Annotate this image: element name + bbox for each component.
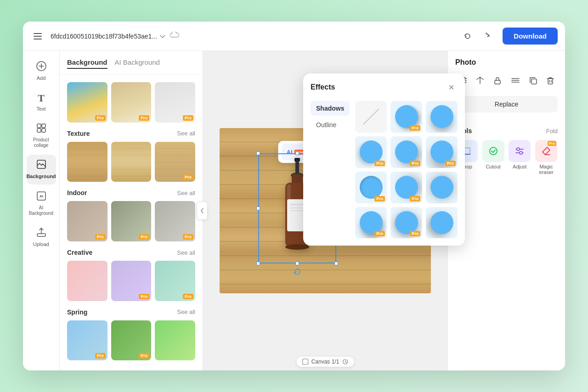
- thumb-creative-3[interactable]: Pro: [155, 261, 195, 301]
- text-icon: T: [38, 92, 45, 104]
- thumb-wood-3[interactable]: Pro: [155, 142, 195, 182]
- svg-rect-25: [292, 174, 303, 184]
- svg-point-31: [285, 244, 309, 250]
- background-panel: Background AI Background Pro Pro: [60, 51, 203, 370]
- pro-badge: Pro: [374, 231, 385, 236]
- texture-section: Texture See all Pro: [60, 130, 203, 190]
- tools-section: Tools Fold Crop Cutout: [455, 127, 558, 175]
- effect-shadow-10[interactable]: Pro: [390, 207, 422, 239]
- handle-br[interactable]: [334, 262, 338, 265]
- thumb-arch-3[interactable]: Pro: [155, 82, 195, 123]
- indoor-see-all[interactable]: See all: [177, 190, 195, 196]
- thumb-spring-1[interactable]: Pro: [67, 320, 107, 361]
- effect-shadow-9[interactable]: Pro: [355, 207, 387, 239]
- file-dropdown-icon[interactable]: [160, 32, 165, 40]
- thumb-creative-1[interactable]: [67, 261, 107, 301]
- tool-cutout[interactable]: Cutout: [482, 140, 505, 175]
- shadow-circle: [430, 211, 453, 234]
- redo-button[interactable]: [479, 29, 493, 44]
- rotate-handle[interactable]: [292, 266, 303, 277]
- sidebar-item-ai-background[interactable]: AI AI Background: [27, 186, 56, 221]
- effect-none[interactable]: [355, 101, 387, 133]
- sidebar-background-label: Background: [26, 174, 56, 179]
- thumb-wood-1[interactable]: [67, 142, 107, 182]
- thumb-arch-2[interactable]: Pro: [111, 82, 152, 123]
- thumb-creative-2[interactable]: Pro: [111, 261, 152, 301]
- creative-grid: Pro Pro: [67, 261, 195, 301]
- download-button[interactable]: Download: [503, 28, 558, 45]
- indoor-section: Indoor See all Pro Pro Pro: [60, 189, 203, 249]
- handle-tc[interactable]: [295, 151, 299, 155]
- sidebar-item-background[interactable]: Background: [27, 155, 56, 184]
- pro-badge: Pro: [374, 161, 385, 166]
- magic-eraser-icon-box: Pro: [535, 140, 557, 162]
- effect-shadow-7[interactable]: Pro: [390, 172, 422, 203]
- magic-pro-badge: Pro: [548, 141, 556, 146]
- pro-badge: Pro: [139, 115, 149, 121]
- handle-bl[interactable]: [256, 262, 260, 265]
- sidebar-item-upload[interactable]: Upload: [27, 223, 56, 252]
- align-button[interactable]: [508, 72, 523, 89]
- sidebar-item-add[interactable]: Add: [27, 56, 56, 86]
- shadow-circle: [360, 176, 383, 199]
- effect-shadow-6[interactable]: Pro: [355, 172, 387, 203]
- copy-button[interactable]: [526, 72, 540, 89]
- svg-rect-13: [37, 234, 45, 236]
- creative-see-all[interactable]: See all: [177, 249, 195, 256]
- tab-outline[interactable]: Outline: [311, 118, 350, 132]
- creative-header: Creative See all: [67, 249, 195, 256]
- tool-magic-eraser[interactable]: Pro Magic eraser: [535, 140, 558, 175]
- effect-shadow-3[interactable]: Pro: [355, 136, 387, 168]
- effect-shadow-5[interactable]: Pro: [426, 136, 458, 168]
- thumb-spring-2[interactable]: Pro: [111, 320, 152, 361]
- spring-see-all[interactable]: See all: [177, 308, 195, 315]
- handle-ml[interactable]: [256, 207, 260, 210]
- undo-button[interactable]: [460, 29, 475, 44]
- thumb-spring-3[interactable]: [155, 320, 195, 361]
- pro-badge: Pro: [410, 125, 420, 131]
- spring-header: Spring See all: [67, 308, 195, 316]
- tool-adjust[interactable]: Adjust: [509, 140, 531, 175]
- indoor-header: Indoor See all: [67, 189, 195, 196]
- handle-bc[interactable]: [295, 262, 299, 265]
- sidebar-item-product-collage[interactable]: Product collage: [27, 118, 56, 153]
- effect-shadow-4[interactable]: Pro: [390, 136, 422, 168]
- shadow-preview-8: [426, 172, 458, 203]
- effect-shadow-8[interactable]: [426, 172, 458, 203]
- canvas-info: Canvas 1/1: [297, 357, 354, 367]
- shadow-circle: [430, 176, 453, 199]
- replace-button[interactable]: Replace: [455, 96, 558, 112]
- thumb-indoor-2[interactable]: Pro: [111, 201, 152, 241]
- effect-shadow-11[interactable]: [426, 207, 458, 239]
- thumb-indoor-3[interactable]: Pro: [155, 201, 195, 241]
- svg-rect-41: [531, 79, 537, 84]
- thumb-arch-1[interactable]: Pro: [67, 82, 107, 123]
- tab-background[interactable]: Background: [67, 58, 107, 69]
- cloud-save-icon: [170, 32, 179, 41]
- svg-rect-42: [548, 78, 553, 84]
- effects-close-button[interactable]: ✕: [445, 81, 458, 94]
- photo-title: Photo: [455, 58, 558, 67]
- effect-shadow-2[interactable]: [426, 101, 458, 133]
- lock-button[interactable]: [490, 72, 505, 89]
- svg-rect-9: [42, 129, 45, 132]
- texture-see-all[interactable]: See all: [177, 130, 195, 137]
- adjust-label: Adjust: [513, 164, 527, 169]
- fold-button[interactable]: Fold: [546, 128, 558, 134]
- menu-button[interactable]: [30, 29, 45, 44]
- sidebar-item-text[interactable]: T Text: [27, 88, 56, 117]
- body: Add T Text Product collage Back: [23, 51, 565, 370]
- shadow-circle: [360, 140, 383, 163]
- svg-point-49: [520, 151, 522, 154]
- handle-tl[interactable]: [256, 151, 260, 155]
- thumb-wood-2[interactable]: [111, 142, 152, 182]
- flip-button[interactable]: [473, 72, 487, 89]
- panel-collapse-button[interactable]: [197, 202, 208, 220]
- trash-button[interactable]: [543, 72, 558, 89]
- tab-ai-background[interactable]: AI Background: [115, 58, 160, 69]
- thumb-indoor-1[interactable]: Pro: [67, 201, 107, 241]
- pro-badge: Pro: [410, 196, 420, 202]
- indoor-title: Indoor: [67, 189, 87, 196]
- effect-shadow-1[interactable]: Pro: [390, 101, 422, 133]
- tab-shadows[interactable]: Shadows: [311, 101, 350, 116]
